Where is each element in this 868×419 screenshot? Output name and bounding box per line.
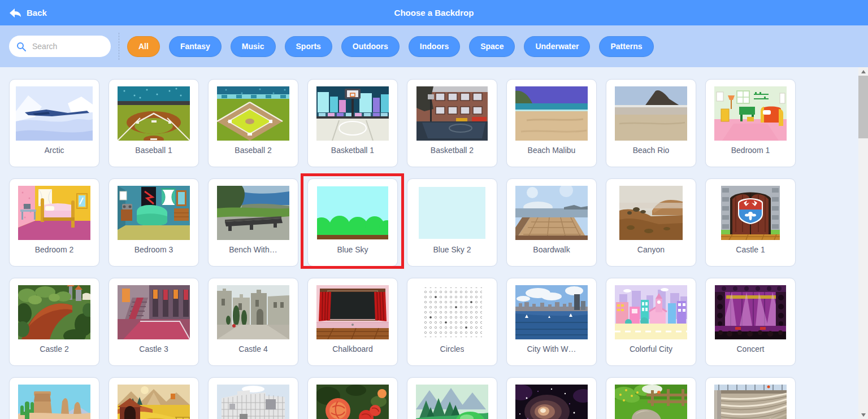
- backdrop-library-window: Back Choose a Backdrop All Fantasy Music…: [0, 0, 868, 419]
- basketball-1-thumbnail: [316, 86, 389, 141]
- card-modern-building[interactable]: [208, 377, 298, 419]
- card-label: Basketball 2: [431, 146, 474, 155]
- card-label: Arctic: [45, 146, 64, 155]
- card-garden-rock[interactable]: [606, 377, 696, 419]
- divider: [119, 33, 119, 60]
- bedroom-2-thumbnail: [18, 186, 90, 240]
- castle-4-thumbnail: [217, 285, 289, 339]
- card-flowers[interactable]: [307, 377, 398, 419]
- card-bedroom-3[interactable]: Bedroom 3: [108, 178, 199, 267]
- card-blue-sky-2[interactable]: Blue Sky 2: [407, 178, 497, 267]
- card-label: Canyon: [637, 245, 665, 254]
- card-label: Castle 2: [40, 344, 68, 353]
- card-baseball-1[interactable]: Baseball 1: [108, 79, 199, 167]
- card-basketball-2[interactable]: Basketball 2: [407, 79, 497, 167]
- tag-music[interactable]: Music: [231, 36, 276, 57]
- card-chalkboard[interactable]: Chalkboard: [307, 278, 398, 366]
- scroll-down-icon: [861, 413, 866, 417]
- card-label: Bedroom 1: [731, 146, 770, 155]
- card-circles[interactable]: Circles: [407, 278, 497, 366]
- tag-patterns[interactable]: Patterns: [599, 36, 653, 57]
- tag-space[interactable]: Space: [469, 36, 515, 57]
- scroll-up-icon: [861, 70, 866, 73]
- boardwalk-thumbnail: [515, 186, 588, 240]
- card-label: Beach Malibu: [528, 146, 576, 155]
- canyon-thumbnail: [619, 186, 683, 240]
- tag-underwater[interactable]: Underwater: [524, 36, 590, 57]
- circles-thumbnail: [419, 285, 485, 339]
- beach-rio-thumbnail: [615, 86, 687, 141]
- castle-2-thumbnail: [18, 285, 90, 339]
- card-label: Boardwalk: [533, 245, 570, 254]
- card-castle-3[interactable]: Castle 3: [108, 278, 199, 366]
- tag-list: All Fantasy Music Sports Outdoors Indoor…: [127, 36, 654, 57]
- card-castle-4[interactable]: Castle 4: [208, 278, 298, 366]
- card-blue-sky[interactable]: Blue Sky: [307, 178, 398, 267]
- desert-thumbnail: [18, 385, 90, 419]
- tag-all[interactable]: All: [127, 36, 160, 57]
- beach-malibu-thumbnail: [515, 86, 588, 141]
- card-label: Bedroom 3: [134, 245, 173, 254]
- tag-indoors[interactable]: Indoors: [409, 36, 460, 57]
- card-bedroom-1[interactable]: Bedroom 1: [705, 79, 796, 167]
- card-castle-2[interactable]: Castle 2: [9, 278, 99, 366]
- scrollbar[interactable]: [858, 67, 868, 419]
- card-label: Chalkboard: [332, 344, 373, 353]
- modern-building-thumbnail: [217, 385, 289, 419]
- filter-bar: All Fantasy Music Sports Outdoors Indoor…: [0, 25, 868, 67]
- card-city-with-water[interactable]: City With W…: [506, 278, 597, 366]
- blue-sky-2-thumbnail: [419, 186, 485, 240]
- forest-thumbnail: [416, 385, 488, 419]
- tag-sports[interactable]: Sports: [285, 36, 332, 57]
- chalkboard-thumbnail: [316, 285, 389, 339]
- card-label: Castle 4: [238, 344, 267, 353]
- city-with-water-thumbnail: [515, 285, 588, 339]
- card-label: Beach Rio: [633, 146, 670, 155]
- back-arrow-icon: [9, 8, 21, 18]
- card-galaxy[interactable]: [506, 377, 597, 419]
- card-label: Blue Sky: [337, 245, 368, 254]
- card-concert[interactable]: Concert: [705, 278, 796, 366]
- card-desert[interactable]: [9, 377, 99, 419]
- back-label: Back: [27, 8, 47, 18]
- back-button[interactable]: Back: [9, 8, 47, 18]
- card-forest[interactable]: [407, 377, 497, 419]
- card-label: City With W…: [527, 344, 576, 353]
- tag-fantasy[interactable]: Fantasy: [169, 36, 222, 57]
- card-label: Bedroom 2: [35, 245, 73, 254]
- scroll-down-button[interactable]: [858, 411, 868, 419]
- card-beach-rio[interactable]: Beach Rio: [606, 79, 696, 167]
- bedroom-3-thumbnail: [118, 186, 190, 240]
- tag-outdoors[interactable]: Outdoors: [341, 36, 400, 57]
- card-arctic[interactable]: Arctic: [9, 79, 99, 167]
- card-castle-1[interactable]: Castle 1: [705, 178, 796, 267]
- card-bench-with[interactable]: Bench With…: [208, 178, 298, 267]
- scroll-up-button[interactable]: [858, 67, 868, 76]
- card-label: Colorful City: [630, 344, 672, 353]
- card-stone-theater[interactable]: [705, 377, 796, 419]
- backdrop-grid-area: Arctic Baseball 1 Baseball 2 Basketball …: [0, 67, 858, 419]
- colorful-city-thumbnail: [615, 285, 687, 339]
- card-colorful-city[interactable]: Colorful City: [606, 278, 696, 366]
- bedroom-1-thumbnail: [714, 86, 787, 141]
- scrollbar-thumb[interactable]: [858, 76, 868, 138]
- galaxy-thumbnail: [515, 385, 588, 419]
- card-label: Baseball 1: [135, 146, 172, 155]
- basketball-2-thumbnail: [416, 86, 488, 141]
- search-box[interactable]: [9, 36, 111, 57]
- castle-3-thumbnail: [118, 285, 190, 339]
- flowers-thumbnail: [316, 385, 389, 419]
- search-icon: [16, 42, 26, 51]
- castle-1-thumbnail: [721, 186, 780, 240]
- card-basketball-1[interactable]: Basketball 1: [307, 79, 398, 167]
- card-canyon[interactable]: Canyon: [606, 178, 696, 267]
- card-farm[interactable]: [108, 377, 199, 419]
- card-bedroom-2[interactable]: Bedroom 2: [9, 178, 99, 267]
- card-boardwalk[interactable]: Boardwalk: [506, 178, 597, 267]
- card-label: Castle 1: [736, 245, 765, 254]
- concert-thumbnail: [715, 285, 786, 339]
- backdrop-grid: Arctic Baseball 1 Baseball 2 Basketball …: [9, 79, 858, 419]
- search-input[interactable]: [31, 41, 107, 51]
- card-beach-malibu[interactable]: Beach Malibu: [506, 79, 597, 167]
- card-baseball-2[interactable]: Baseball 2: [208, 79, 298, 167]
